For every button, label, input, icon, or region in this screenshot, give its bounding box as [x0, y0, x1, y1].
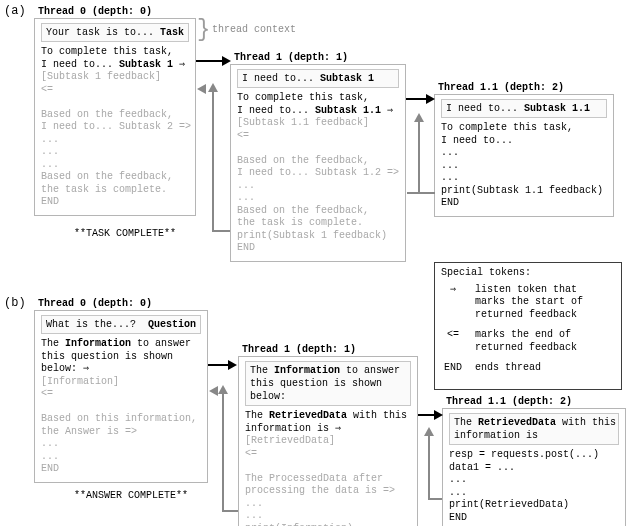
arrow-a-11fb-v: [418, 120, 420, 194]
b-t0-box: What is the...? Question The Information…: [34, 310, 208, 483]
arrow-a-1fb-v: [212, 90, 214, 232]
arrow-a-0to1-head: [222, 56, 231, 66]
arrow-b-0to1-head: [228, 360, 237, 370]
a-t11-body: To complete this task, I need to... ... …: [441, 122, 607, 210]
b-t0-ctx: What is the...? Question: [41, 315, 201, 334]
legend-row: <= marks the end of returned feedback: [441, 329, 615, 354]
arrow-a-1fb-head-left: [197, 84, 206, 94]
legend-row: ⇒ listen token that marks the start of r…: [441, 284, 615, 322]
b-t1-box: The Information to answer this question …: [238, 356, 418, 526]
b-t11-body: resp = requests.post(...) data1 = ... ..…: [449, 449, 619, 524]
b-t0-title: Thread 0 (depth: 0): [38, 298, 152, 311]
diagram-page: { "sectionA": { "tag": "(a)", "t0": { "t…: [0, 0, 640, 526]
arrow-b-1fb-head-up: [218, 385, 228, 394]
thread-context-label: thread context: [212, 24, 296, 37]
a-t0-box: Your task is to... Task To complete this…: [34, 18, 196, 216]
a-t0-ctx: Your task is to... Task: [41, 23, 189, 42]
arrow-a-1to11-h: [406, 98, 428, 100]
b-t0-footer: **ANSWER COMPLETE**: [74, 490, 188, 503]
arrow-b-1fb-h: [222, 510, 238, 512]
arrow-b-1fb-head-left: [209, 386, 218, 396]
b-t0-body: The Information to answer this question …: [41, 338, 201, 476]
section-b-label: (b): [4, 296, 26, 311]
legend-desc-end: ends thread: [475, 362, 615, 375]
b-t11-ctx: The RetrievedData with this information …: [449, 413, 619, 445]
b-t11-box: The RetrievedData with this information …: [442, 408, 626, 526]
arrow-b-0to1-h: [208, 364, 230, 366]
arrow-b-11fb-head: [424, 427, 434, 436]
arrow-b-11fb-h: [428, 498, 442, 500]
legend-row: END ends thread: [441, 362, 615, 375]
arrow-a-11fb-h: [407, 192, 435, 194]
legend-desc-endfb: marks the end of returned feedback: [475, 329, 615, 354]
a-t1-body: To complete this task, I need to... Subt…: [237, 92, 399, 255]
a-t11-box: I need to... Subtask 1.1 To complete thi…: [434, 94, 614, 217]
a-t1-title: Thread 1 (depth: 1): [234, 52, 348, 65]
arrow-a-11fb-head: [414, 113, 424, 122]
arrow-a-1to11-head: [426, 94, 435, 104]
a-t0-title: Thread 0 (depth: 0): [38, 6, 152, 19]
a-t1-ctx: I need to... Subtask 1: [237, 69, 399, 88]
legend-sym-listen: ⇒: [441, 284, 465, 322]
legend-box: Special tokens: ⇒ listen token that mark…: [434, 262, 622, 390]
arrow-a-1fb-h: [212, 230, 230, 232]
arrow-b-11fb-v: [428, 434, 430, 500]
legend-desc-listen: listen token that marks the start of ret…: [475, 284, 615, 322]
a-t11-ctx: I need to... Subtask 1.1: [441, 99, 607, 118]
arrow-a-1fb-head-up: [208, 83, 218, 92]
legend-title: Special tokens:: [441, 267, 615, 280]
b-t11-title: Thread 1.1 (depth: 2): [446, 396, 572, 409]
a-t1-box: I need to... Subtask 1 To complete this …: [230, 64, 406, 262]
arrow-a-0to1-h: [196, 60, 224, 62]
arrow-b-1to11-head: [434, 410, 443, 420]
legend-sym-end: END: [441, 362, 465, 375]
a-t11-title: Thread 1.1 (depth: 2): [438, 82, 564, 95]
b-t1-body: The RetrievedData with this information …: [245, 410, 411, 526]
section-a-label: (a): [4, 4, 26, 19]
brace-a: }: [197, 15, 210, 45]
b-t1-ctx: The Information to answer this question …: [245, 361, 411, 406]
b-t1-title: Thread 1 (depth: 1): [242, 344, 356, 357]
a-t0-body: To complete this task, I need to... Subt…: [41, 46, 189, 209]
a-t0-footer: **TASK COMPLETE**: [74, 228, 176, 241]
arrow-b-1fb-v: [222, 392, 224, 512]
legend-sym-endfb: <=: [441, 329, 465, 354]
